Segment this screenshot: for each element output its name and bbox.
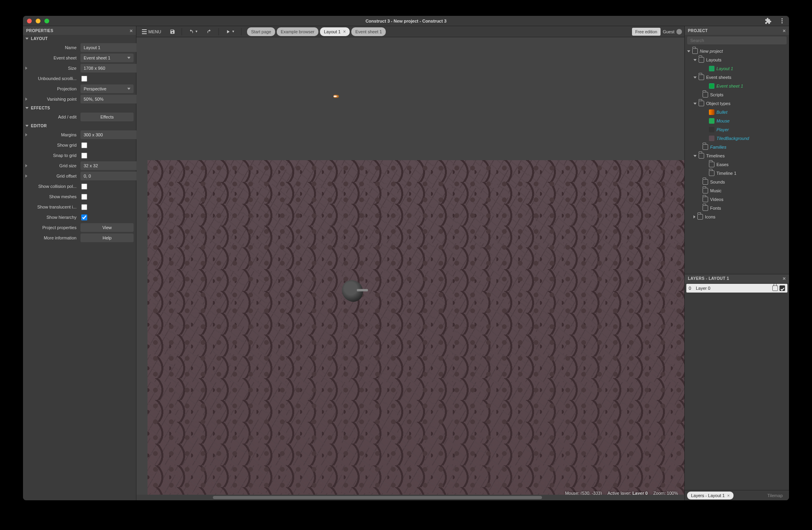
prop-projection-label: Projection <box>29 86 80 91</box>
properties-panel-title: PROPERTIES <box>26 29 53 33</box>
project-panel-close-button[interactable]: × <box>783 28 786 34</box>
tab-tilemap[interactable]: Tilemap <box>763 492 787 499</box>
prop-showhier-checkbox[interactable] <box>81 214 87 220</box>
tab-layout1-close[interactable]: × <box>343 29 346 34</box>
properties-panel-header: PROPERTIES × <box>23 26 136 35</box>
tree-music[interactable]: Music <box>685 186 788 195</box>
tree-eventsheets[interactable]: Event sheets <box>685 73 788 82</box>
group-layout[interactable]: LAYOUT <box>23 35 136 42</box>
tab-eventsheet1[interactable]: Event sheet 1 <box>351 27 386 36</box>
group-effects[interactable]: EFFECTS <box>23 104 136 112</box>
tree-objecttypes[interactable]: Object types <box>685 99 788 108</box>
prop-unbounded-checkbox[interactable] <box>81 76 87 82</box>
prop-gridsize-input[interactable] <box>80 161 142 170</box>
visibility-checkbox[interactable] <box>779 285 785 291</box>
tree-layout1[interactable]: Layout 1 <box>685 64 788 73</box>
prop-showcoll-checkbox[interactable] <box>81 184 87 189</box>
sprite-player[interactable] <box>339 277 366 305</box>
menu-button[interactable]: MENU <box>139 27 164 36</box>
project-search-input[interactable] <box>687 36 787 44</box>
tree-es1[interactable]: Event sheet 1 <box>685 82 788 90</box>
lock-icon[interactable] <box>772 285 778 291</box>
tab-layers-close[interactable]: × <box>727 493 730 498</box>
object-icon <box>709 118 714 124</box>
free-edition-badge[interactable]: Free edition <box>632 28 660 36</box>
app-window: Construct 3 - New project - Construct 3 … <box>23 16 789 500</box>
tree-sounds[interactable]: Sounds <box>685 178 788 186</box>
properties-panel-close-button[interactable]: × <box>130 28 133 34</box>
folder-icon <box>699 75 704 80</box>
prop-showhier-label: Show hierarchy <box>29 215 80 220</box>
tree-obj-mouse[interactable]: Mouse <box>685 117 788 125</box>
tab-example-browser[interactable]: Example browser <box>277 27 318 36</box>
tree-icons[interactable]: Icons <box>685 212 788 221</box>
prop-addedit-label: Add / edit <box>29 115 80 119</box>
layout-viewport[interactable]: Mouse: (530, -333) Active layer: Layer 0… <box>136 37 684 500</box>
prop-eventsheet-select[interactable]: Event sheet 1 <box>80 54 134 62</box>
prop-eventsheet-label: Event sheet <box>29 55 80 60</box>
tree-families[interactable]: Families <box>685 143 788 151</box>
folder-icon <box>703 144 708 150</box>
prop-showgrid-label: Show grid <box>29 143 80 147</box>
window-title: Construct 3 - New project - Construct 3 <box>23 19 789 23</box>
tree-timelines[interactable]: Timelines <box>685 151 788 160</box>
scrollbar-thumb[interactable] <box>213 496 542 499</box>
layers-panel-title: LAYERS - LAYOUT 1 <box>688 276 729 281</box>
layer-row-0[interactable]: 0 Layer 0 <box>686 284 787 293</box>
prop-showmesh-checkbox[interactable] <box>81 194 87 200</box>
prop-margins-label: Margins <box>29 132 80 137</box>
account-button[interactable]: Guest <box>663 29 682 34</box>
folder-icon <box>703 205 708 211</box>
tab-layers[interactable]: Layers - Layout 1× <box>687 492 733 499</box>
tab-start-page[interactable]: Start page <box>247 27 275 36</box>
tree-layouts[interactable]: Layouts <box>685 55 788 64</box>
view-button[interactable]: View <box>80 223 134 232</box>
main-toolbar: MENU ▼ ▼ Start page Example browser Layo… <box>136 26 684 37</box>
tree-project-root[interactable]: New project <box>685 47 788 55</box>
event-sheet-icon <box>709 83 714 89</box>
prop-gridsize-label: Grid size <box>29 163 80 168</box>
tree-fonts[interactable]: Fonts <box>685 204 788 212</box>
tab-layout1[interactable]: Layout 1× <box>320 27 350 36</box>
redo-button[interactable] <box>203 27 215 36</box>
tree-videos[interactable]: Videos <box>685 195 788 204</box>
effects-button[interactable]: Effects <box>80 113 134 121</box>
help-button[interactable]: Help <box>80 233 134 242</box>
prop-name-label: Name <box>29 45 80 50</box>
prop-vanishing-input[interactable] <box>80 95 142 103</box>
horizontal-scrollbar[interactable] <box>136 495 684 500</box>
prop-name-input[interactable] <box>80 43 142 52</box>
tree-scripts[interactable]: Scripts <box>685 90 788 99</box>
prop-moreinfo-label: More information <box>29 235 80 240</box>
prop-showcoll-label: Show collision pol... <box>29 184 80 189</box>
bottom-tabs: Layers - Layout 1× Tilemap <box>685 490 789 500</box>
tree-obj-player[interactable]: Player <box>685 125 788 134</box>
prop-projection-select[interactable]: Perspective <box>80 84 134 93</box>
prop-showtrans-label: Show translucent i... <box>29 205 80 209</box>
prop-size-input[interactable] <box>80 64 142 73</box>
prop-snapgrid-checkbox[interactable] <box>81 153 87 159</box>
prop-showtrans-checkbox[interactable] <box>81 204 87 210</box>
sprite-bullet[interactable] <box>333 95 339 98</box>
prop-margins-input[interactable] <box>80 130 142 139</box>
layout-canvas[interactable] <box>147 160 684 500</box>
tree-obj-tiledbg[interactable]: TiledBackground <box>685 134 788 143</box>
tree-timeline1[interactable]: Timeline 1 <box>685 169 788 178</box>
prop-showgrid-checkbox[interactable] <box>81 142 87 148</box>
folder-icon <box>703 92 708 98</box>
folder-icon <box>699 57 704 63</box>
layers-panel-close-button[interactable]: × <box>783 276 786 281</box>
prop-showmesh-label: Show meshes <box>29 194 80 199</box>
avatar-icon <box>676 29 682 34</box>
undo-button[interactable]: ▼ <box>185 27 201 36</box>
group-editor[interactable]: EDITOR <box>23 122 136 130</box>
layers-panel-header: LAYERS - LAYOUT 1 × <box>685 274 789 283</box>
prop-gridoffset-input[interactable] <box>80 172 142 180</box>
project-panel-title: PROJECT <box>688 29 708 33</box>
save-button[interactable] <box>167 27 178 36</box>
titlebar: Construct 3 - New project - Construct 3 <box>23 16 789 26</box>
tree-eases[interactable]: Eases <box>685 160 788 169</box>
play-button[interactable]: ▼ <box>222 27 238 36</box>
folder-icon <box>703 179 708 185</box>
tree-obj-bullet[interactable]: Bullet <box>685 108 788 117</box>
